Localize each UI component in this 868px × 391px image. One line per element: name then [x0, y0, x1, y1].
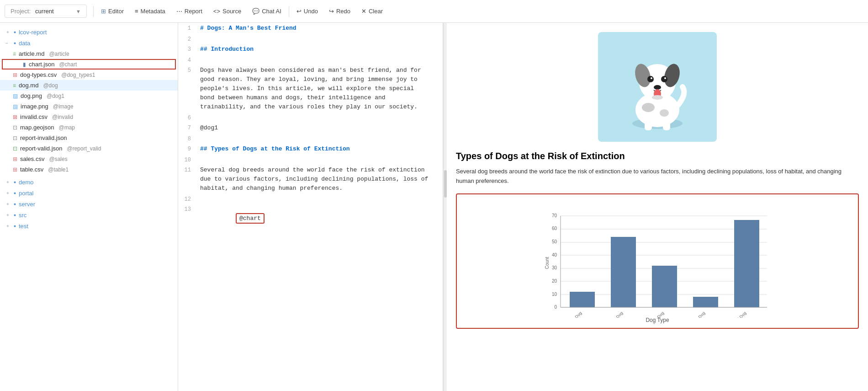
editor-button[interactable]: ⊞ Editor: [95, 5, 129, 17]
dog-image-container: [456, 32, 859, 142]
sidebar-item-dog-md[interactable]: ≡ dog.md @dog: [0, 80, 178, 91]
undo-button[interactable]: ↩ Undo: [291, 5, 323, 17]
line-content-12: [196, 194, 443, 196]
code-editor[interactable]: 1 # Dogs: A Man's Best Friend 2 3 ## Int…: [178, 23, 443, 391]
chat-button[interactable]: 💬 Chat AI: [247, 5, 287, 17]
code-line-1: 1 # Dogs: A Man's Best Friend: [178, 23, 443, 34]
dog-png-label: dog.png: [21, 92, 42, 99]
src-folder-icon: ▪: [14, 211, 16, 219]
portal-label: portal: [19, 190, 34, 197]
line-num-10: 10: [178, 155, 196, 165]
report-button[interactable]: ⋯ Report: [171, 5, 208, 17]
bar-barbar: [570, 292, 595, 307]
project-name: current: [35, 8, 53, 15]
line-content-13: @chart: [196, 204, 443, 233]
report-invalid-label: report-invalid.json: [20, 134, 67, 141]
invalid-csv-label: invalid.csv: [20, 113, 48, 120]
sidebar-item-server[interactable]: ＋ ▪ server: [0, 198, 178, 209]
sidebar-item-test[interactable]: ＋ ▪ test: [0, 220, 178, 231]
sidebar-item-demo[interactable]: ＋ ▪ demo: [0, 177, 178, 187]
clear-label: Clear: [369, 8, 383, 15]
svg-point-9: [651, 77, 652, 79]
chart-json-tag: @chart: [59, 61, 77, 68]
dog-png-icon: ▨: [13, 93, 18, 99]
table-csv-icon: ⊞: [13, 166, 17, 173]
project-label: Project:: [11, 8, 31, 15]
redo-icon: ↪: [329, 8, 334, 15]
table-csv-label: table.csv: [20, 166, 43, 173]
src-label: src: [19, 212, 26, 219]
line-content-4: [196, 55, 443, 57]
report-invalid-icon: ⊡: [13, 135, 17, 141]
chart-tag-ref: @chart: [236, 213, 265, 224]
dog-types-csv-label: dog-types.csv: [20, 71, 57, 78]
code-line-10: 10: [178, 155, 443, 165]
undo-icon: ↩: [296, 8, 302, 15]
demo-expand-icon: ＋: [5, 179, 11, 185]
line-content-9: ## Types of Dogs at the Risk of Extincti…: [196, 144, 443, 155]
editor-scrollbar[interactable]: [443, 23, 447, 391]
sidebar-item-portal[interactable]: ＋ ▪ portal: [0, 187, 178, 198]
folder-icon: ▪: [14, 28, 16, 36]
line-num-12: 12: [178, 194, 196, 204]
line-num-3: 3: [178, 44, 196, 54]
svg-text:10: 10: [552, 292, 557, 297]
csv-icon: ⊞: [13, 72, 17, 78]
report-valid-tag: @report_valid: [67, 145, 101, 152]
sidebar-item-chart-json[interactable]: ▮ chart.json @chart: [2, 59, 176, 70]
svg-point-14: [652, 95, 663, 100]
line-content-10: [196, 155, 443, 156]
sidebar-item-image-png[interactable]: ▨ image.png @image: [0, 101, 178, 112]
sidebar-item-dog-types-csv[interactable]: ⊞ dog-types.csv @dog_types1: [0, 70, 178, 80]
line-num-11: 11: [178, 165, 196, 175]
source-button[interactable]: <> Source: [208, 5, 247, 17]
map-geojson-label: map.geojson: [20, 124, 54, 131]
clear-icon: ✕: [361, 8, 366, 15]
bar-blabla: [611, 237, 636, 307]
editor-label: Editor: [108, 8, 124, 15]
chart-json-label: chart.json: [29, 61, 54, 68]
sidebar-item-map-geojson[interactable]: ⊡ map.geojson @map: [0, 122, 178, 133]
svg-text:50: 50: [552, 239, 557, 244]
project-selector[interactable]: Project: current ▼: [5, 5, 87, 18]
svg-text:70: 70: [552, 213, 557, 218]
sidebar-item-table-csv[interactable]: ⊞ table.csv @table1: [0, 164, 178, 175]
line-num-13: 13: [178, 204, 196, 214]
portal-expand-icon: ＋: [5, 190, 11, 196]
code-line-4: 4: [178, 55, 443, 65]
preview-section-title: Types of Dogs at the Risk of Extinction: [456, 151, 859, 161]
report-valid-icon: ⊡: [13, 145, 17, 152]
sidebar-item-lcov-report[interactable]: ＋ ▪ lcov-report: [0, 27, 178, 37]
image-png-tag: @image: [53, 103, 74, 110]
sidebar-item-src[interactable]: ＋ ▪ src: [0, 209, 178, 220]
toolbar: Project: current ▼ ⊞ Editor ≡ Metadata ⋯…: [0, 0, 868, 23]
svg-text:20: 20: [552, 279, 557, 284]
sidebar-item-invalid-csv[interactable]: ⊠ invalid.csv @invalid: [0, 112, 178, 122]
demo-label: demo: [19, 179, 34, 186]
collapse-icon: −: [5, 41, 11, 46]
sidebar-item-report-valid-json[interactable]: ⊡ report-valid.json @report_valid: [0, 143, 178, 154]
sidebar-item-report-invalid-json[interactable]: ⊡ report-invalid.json: [0, 133, 178, 143]
svg-point-3: [642, 103, 655, 112]
preview-section-text: Several dog breeds around the world face…: [456, 167, 859, 186]
server-folder-icon: ▪: [14, 200, 16, 208]
expand-icon: ＋: [5, 29, 11, 35]
sales-csv-icon: ⊞: [13, 156, 17, 162]
bar-sniffie: [693, 297, 718, 307]
code-line-2: 2: [178, 34, 443, 44]
metadata-button[interactable]: ≡ Metadata: [129, 5, 171, 17]
redo-button[interactable]: ↪ Redo: [323, 5, 356, 17]
folder-label: lcov-report: [19, 29, 47, 36]
sidebar-item-article-md[interactable]: ≡ article.md @article: [0, 48, 178, 59]
server-label: server: [19, 201, 35, 208]
code-line-7: 7 @dog1: [178, 123, 443, 134]
svg-text:30: 30: [552, 265, 557, 270]
clear-button[interactable]: ✕ Clear: [356, 5, 388, 17]
line-num-2: 2: [178, 34, 196, 44]
sidebar-item-dog-png[interactable]: ▨ dog.png @dog1: [0, 91, 178, 101]
sidebar-item-sales-csv[interactable]: ⊞ sales.csv @sales: [0, 154, 178, 164]
report-valid-label: report-valid.json: [20, 145, 63, 152]
sidebar-item-data[interactable]: − ▪ data: [0, 37, 178, 48]
code-line-6: 6: [178, 112, 443, 123]
line-content-3: ## Introduction: [196, 44, 443, 55]
